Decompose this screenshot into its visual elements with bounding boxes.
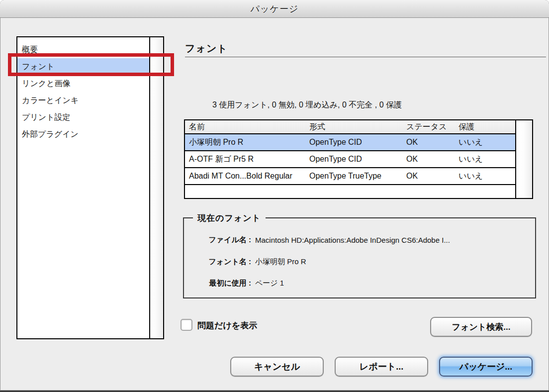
- font-format-cell: OpenType CID: [309, 138, 406, 147]
- sidebar-item-external-plugins[interactable]: 外部プラグイン: [17, 126, 149, 143]
- font-name-cell: A-OTF 新ゴ Pr5 R: [185, 154, 309, 165]
- font-usage-summary: 3 使用フォント, 0 無効, 0 埋め込み, 0 不完全 , 0 保護: [212, 100, 402, 110]
- current-font-name-row: フォント名 : 小塚明朝 Pro R: [184, 257, 535, 267]
- current-font-groupbox: 現在のフォント ファイル名 : Macintosh HD:Application…: [183, 217, 536, 298]
- table-row[interactable]: A-OTF 新ゴ Pr5 R OpenType CID OK いいえ: [185, 151, 515, 168]
- font-status-cell: OK: [406, 172, 458, 181]
- sidebar-item-overview[interactable]: 概要: [17, 41, 149, 58]
- font-name-cell: Abadi MT Con...Bold Regular: [185, 172, 309, 181]
- font-name-cell: 小塚明朝 Pro R: [185, 137, 309, 148]
- column-header-status[interactable]: ステータス: [406, 122, 458, 132]
- titlebar[interactable]: パッケージ: [0, 0, 549, 18]
- window-title: パッケージ: [251, 3, 299, 15]
- sidebar-item-fonts[interactable]: フォント: [17, 58, 149, 75]
- heading-divider: [185, 57, 546, 57]
- column-header-protected[interactable]: 保護: [458, 122, 517, 132]
- font-status-cell: OK: [406, 138, 458, 147]
- current-font-filename-row: ファイル名 : Macintosh HD:Applications:Adobe …: [184, 235, 535, 245]
- first-used-value: ページ 1: [255, 279, 284, 288]
- sidebar-item-print-settings[interactable]: プリント設定: [17, 109, 149, 126]
- filename-value: Macintosh HD:Applications:Adobe InDesign…: [255, 236, 450, 244]
- font-format-cell: OpenType TrueType: [309, 172, 406, 181]
- font-protected-cell: いいえ: [458, 154, 515, 165]
- font-protected-cell: いいえ: [458, 137, 515, 148]
- package-dialog: パッケージ 概要 フォント リンクと画像 カラーとインキ プリント設定 外部プラ…: [0, 0, 549, 392]
- show-problems-label: 問題だけを表示: [197, 320, 257, 331]
- font-protected-cell: いいえ: [458, 171, 515, 182]
- column-header-name[interactable]: 名前: [185, 122, 309, 132]
- report-button[interactable]: レポート...: [335, 357, 428, 377]
- column-header-format[interactable]: 形式: [309, 122, 406, 132]
- first-used-row: 最初に使用 : ページ 1: [184, 279, 535, 288]
- cancel-button[interactable]: キャンセル: [230, 357, 324, 377]
- show-problems-checkbox[interactable]: [181, 319, 192, 331]
- package-button[interactable]: パッケージ...: [439, 357, 533, 377]
- panel-title: フォント: [185, 42, 228, 55]
- table-row[interactable]: 小塚明朝 Pro R OpenType CID OK いいえ: [185, 134, 515, 151]
- table-row[interactable]: Abadi MT Con...Bold Regular OpenType Tru…: [185, 168, 515, 185]
- fonts-table-header: 名前 形式 ステータス 保護: [185, 120, 517, 134]
- sidebar-item-links-images[interactable]: リンクと画像: [17, 75, 149, 92]
- filename-label: ファイル名 :: [184, 235, 251, 245]
- category-list: 概要 フォント リンクと画像 カラーとインキ プリント設定 外部プラグイン: [16, 36, 164, 339]
- font-format-cell: OpenType CID: [309, 155, 406, 164]
- fontname-value: 小塚明朝 Pro R: [255, 257, 306, 267]
- fontname-label: フォント名 :: [184, 257, 251, 267]
- sidebar-scrollbar[interactable]: [149, 37, 163, 338]
- current-font-legend: 現在のフォント: [193, 212, 266, 224]
- first-used-label: 最初に使用 :: [184, 279, 251, 288]
- sidebar-item-colors-inks[interactable]: カラーとインキ: [17, 92, 149, 109]
- font-status-cell: OK: [406, 155, 458, 164]
- table-scrollbar[interactable]: [515, 120, 532, 198]
- find-font-button[interactable]: フォント検索...: [430, 317, 532, 337]
- fonts-table: 名前 形式 ステータス 保護 小塚明朝 Pro R OpenType CID O…: [184, 119, 533, 199]
